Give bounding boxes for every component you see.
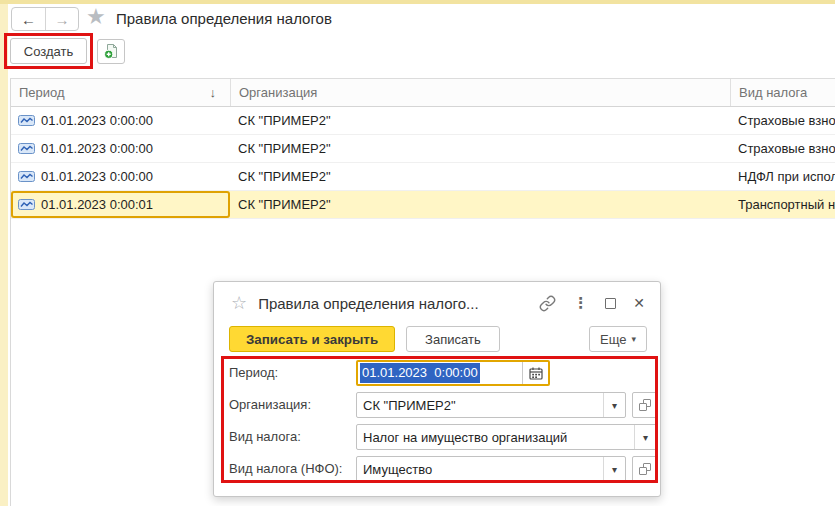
dropdown-icon[interactable]: ▾ bbox=[634, 425, 656, 449]
tax-type-field-wrap: Налог на имущество организаций ▾ bbox=[356, 424, 657, 450]
open-icon bbox=[639, 399, 651, 411]
dialog-title: Правила определения налого... bbox=[258, 295, 539, 312]
column-header-label: Организация bbox=[239, 85, 317, 100]
dialog-favorite-star-icon[interactable]: ☆ bbox=[231, 292, 247, 314]
period-input[interactable]: 01.01.2023 0:00:00 bbox=[356, 360, 550, 386]
maximize-icon[interactable] bbox=[605, 298, 616, 309]
cell-tax-type[interactable]: НДФЛ при исполн bbox=[730, 163, 835, 190]
field-row-tax-type-nfo: Вид налога (НФО): Имущество ▾ bbox=[214, 456, 660, 482]
save-and-close-button[interactable]: Записать и закрыть bbox=[229, 326, 395, 352]
dialog-titlebar: ☆ Правила определения налого... ⋮ ✕ bbox=[214, 282, 660, 324]
calendar-button[interactable] bbox=[522, 362, 548, 384]
period-value: 01.01.2023 0:00:01 bbox=[41, 197, 153, 212]
cell-period[interactable]: 01.01.2023 0:00:00 bbox=[11, 135, 230, 162]
tax-type-nfo-field-wrap: Имущество ▾ bbox=[356, 456, 626, 482]
organization-value: СК "ПРИМЕР2" bbox=[238, 197, 331, 212]
tax-type-value[interactable]: Налог на имущество организаций bbox=[357, 425, 634, 449]
cell-period[interactable]: 01.01.2023 0:00:00 bbox=[11, 163, 230, 190]
cell-organization[interactable]: СК "ПРИМЕР2" bbox=[230, 163, 730, 190]
more-button[interactable]: Еще ▾ bbox=[589, 326, 647, 352]
period-text-area[interactable]: 01.01.2023 0:00:00 bbox=[358, 362, 522, 384]
window-top-strip bbox=[0, 0, 835, 4]
organization-value: СК "ПРИМЕР2" bbox=[238, 113, 331, 128]
record-dialog: ☆ Правила определения налого... ⋮ ✕ Запи… bbox=[213, 281, 661, 497]
kebab-menu-icon[interactable]: ⋮ bbox=[573, 294, 588, 312]
cell-organization[interactable]: СК "ПРИМЕР2" bbox=[230, 135, 730, 162]
organization-value[interactable]: СК "ПРИМЕР2" bbox=[357, 393, 603, 417]
field-row-tax-type: Вид налога: Налог на имущество организац… bbox=[214, 424, 660, 450]
register-record-icon bbox=[18, 199, 35, 210]
chevron-down-icon: ▾ bbox=[631, 334, 636, 344]
tax-type-nfo-label: Вид налога (НФО): bbox=[229, 456, 353, 482]
open-icon bbox=[639, 463, 651, 475]
column-header-label: Период bbox=[19, 85, 65, 100]
history-nav: ← → bbox=[11, 7, 79, 31]
organization-value: СК "ПРИМЕР2" bbox=[238, 169, 331, 184]
table-row-selected[interactable]: 01.01.2023 0:00:01 СК "ПРИМЕР2" Транспор… bbox=[11, 191, 835, 219]
organization-field-wrap: СК "ПРИМЕР2" ▾ bbox=[356, 392, 626, 418]
period-value: 01.01.2023 0:00:00 bbox=[41, 141, 153, 156]
cell-period[interactable]: 01.01.2023 0:00:00 bbox=[11, 107, 230, 134]
favorite-star-icon[interactable]: ★ bbox=[86, 4, 106, 30]
tax-type-nfo-value[interactable]: Имущество bbox=[357, 457, 603, 481]
tax-type-value: НДФЛ при исполн bbox=[738, 169, 835, 184]
sort-desc-icon: ↓ bbox=[210, 85, 217, 100]
dropdown-icon[interactable]: ▾ bbox=[603, 457, 625, 481]
period-value: 01.01.2023 0:00:00 bbox=[41, 113, 153, 128]
period-field-wrap: 01.01.2023 0:00:00 bbox=[356, 360, 550, 386]
save-button[interactable]: Записать bbox=[406, 326, 500, 352]
period-selected-text: 01.01.2023 0:00:00 bbox=[360, 363, 480, 383]
back-button[interactable]: ← bbox=[12, 8, 45, 30]
tax-type-value: Транспортный на bbox=[738, 197, 835, 212]
tax-rules-table: Период ↓ Организация Вид налога 01.01.20… bbox=[10, 78, 835, 219]
table-row[interactable]: 01.01.2023 0:00:00 СК "ПРИМЕР2" Страховы… bbox=[11, 107, 835, 135]
create-button[interactable]: Создать bbox=[10, 38, 87, 64]
period-label: Период: bbox=[229, 360, 353, 386]
tax-type-nfo-open-button[interactable] bbox=[632, 456, 657, 482]
link-icon[interactable] bbox=[539, 295, 556, 312]
tax-type-nfo-input[interactable]: Имущество ▾ bbox=[356, 456, 626, 482]
window-left-strip bbox=[0, 4, 8, 506]
tax-type-value: Страховые взнос bbox=[738, 141, 835, 156]
organization-label: Организация: bbox=[229, 392, 353, 418]
register-record-icon bbox=[18, 115, 35, 126]
organization-input[interactable]: СК "ПРИМЕР2" ▾ bbox=[356, 392, 626, 418]
page-title: Правила определения налогов bbox=[116, 10, 332, 27]
document-plus-icon bbox=[103, 43, 120, 60]
calendar-icon bbox=[529, 367, 543, 380]
forward-button[interactable]: → bbox=[45, 8, 78, 30]
cell-organization[interactable]: СК "ПРИМЕР2" bbox=[230, 191, 730, 218]
tax-type-input[interactable]: Налог на имущество организаций ▾ bbox=[356, 424, 657, 450]
column-header-tax-type[interactable]: Вид налога bbox=[730, 79, 835, 106]
column-header-organization[interactable]: Организация bbox=[230, 79, 730, 106]
column-header-period[interactable]: Период ↓ bbox=[11, 79, 230, 106]
cell-period-focused[interactable]: 01.01.2023 0:00:01 bbox=[11, 191, 230, 218]
more-button-label: Еще bbox=[600, 332, 626, 347]
organization-value: СК "ПРИМЕР2" bbox=[238, 141, 331, 156]
create-new-icon-button[interactable] bbox=[97, 39, 125, 64]
register-record-icon bbox=[18, 171, 35, 182]
cell-tax-type[interactable]: Страховые взнос bbox=[730, 135, 835, 162]
table-row[interactable]: 01.01.2023 0:00:00 СК "ПРИМЕР2" Страховы… bbox=[11, 135, 835, 163]
cell-organization[interactable]: СК "ПРИМЕР2" bbox=[230, 107, 730, 134]
cell-tax-type[interactable]: Страховые взнос bbox=[730, 107, 835, 134]
tax-type-label: Вид налога: bbox=[229, 424, 353, 450]
organization-open-button[interactable] bbox=[632, 392, 657, 418]
cell-tax-type[interactable]: Транспортный на bbox=[730, 191, 835, 218]
dropdown-icon[interactable]: ▾ bbox=[603, 393, 625, 417]
dialog-command-bar: Записать и закрыть Записать Еще ▾ bbox=[214, 324, 660, 354]
register-record-icon bbox=[18, 143, 35, 154]
period-value: 01.01.2023 0:00:00 bbox=[41, 169, 153, 184]
field-row-period: Период: 01.01.2023 0:00:00 bbox=[214, 360, 660, 386]
tax-type-value: Страховые взнос bbox=[738, 113, 835, 128]
table-row[interactable]: 01.01.2023 0:00:00 СК "ПРИМЕР2" НДФЛ при… bbox=[11, 163, 835, 191]
field-row-organization: Организация: СК "ПРИМЕР2" ▾ bbox=[214, 392, 660, 418]
close-icon[interactable]: ✕ bbox=[633, 295, 645, 311]
table-header-row: Период ↓ Организация Вид налога bbox=[11, 79, 835, 107]
column-header-label: Вид налога bbox=[739, 85, 807, 100]
